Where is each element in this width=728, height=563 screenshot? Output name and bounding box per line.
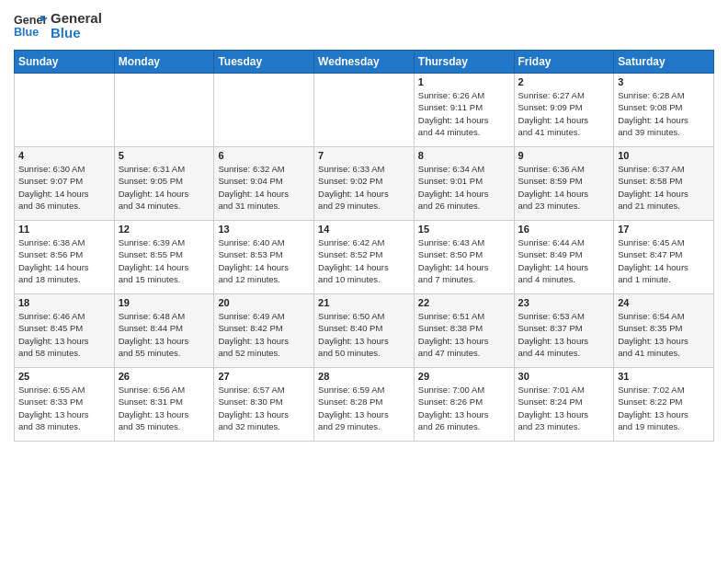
day-cell <box>214 74 314 147</box>
day-info: Sunrise: 6:54 AM Sunset: 8:35 PM Dayligh… <box>618 310 710 359</box>
weekday-header-monday: Monday <box>114 51 214 74</box>
day-cell: 23Sunrise: 6:53 AM Sunset: 8:37 PM Dayli… <box>514 294 614 368</box>
day-cell: 20Sunrise: 6:49 AM Sunset: 8:42 PM Dayli… <box>214 294 314 368</box>
day-cell: 24Sunrise: 6:54 AM Sunset: 8:35 PM Dayli… <box>614 294 714 368</box>
day-cell: 26Sunrise: 6:56 AM Sunset: 8:31 PM Dayli… <box>114 368 214 442</box>
day-info: Sunrise: 6:38 AM Sunset: 8:56 PM Dayligh… <box>18 236 110 285</box>
day-cell: 5Sunrise: 6:31 AM Sunset: 9:05 PM Daylig… <box>114 147 214 221</box>
day-number: 25 <box>18 371 110 382</box>
day-cell <box>314 74 415 147</box>
day-number: 1 <box>418 76 510 87</box>
day-cell: 30Sunrise: 7:01 AM Sunset: 8:24 PM Dayli… <box>514 368 614 442</box>
logo: General Blue General Blue <box>14 9 102 42</box>
day-info: Sunrise: 6:26 AM Sunset: 9:11 PM Dayligh… <box>418 89 510 138</box>
week-row-2: 4Sunrise: 6:30 AM Sunset: 9:07 PM Daylig… <box>15 147 714 221</box>
week-row-1: 1Sunrise: 6:26 AM Sunset: 9:11 PM Daylig… <box>15 74 714 147</box>
day-cell: 18Sunrise: 6:46 AM Sunset: 8:45 PM Dayli… <box>15 294 115 368</box>
week-row-4: 18Sunrise: 6:46 AM Sunset: 8:45 PM Dayli… <box>15 294 714 368</box>
day-number: 20 <box>218 297 310 308</box>
day-info: Sunrise: 7:00 AM Sunset: 8:26 PM Dayligh… <box>418 384 510 432</box>
day-info: Sunrise: 6:56 AM Sunset: 8:31 PM Dayligh… <box>119 384 210 432</box>
day-info: Sunrise: 6:36 AM Sunset: 8:59 PM Dayligh… <box>518 163 610 212</box>
day-cell: 13Sunrise: 6:40 AM Sunset: 8:53 PM Dayli… <box>214 221 314 294</box>
week-row-5: 25Sunrise: 6:55 AM Sunset: 8:33 PM Dayli… <box>15 368 714 442</box>
day-number: 3 <box>618 76 710 87</box>
weekday-header-sunday: Sunday <box>15 51 115 74</box>
day-number: 31 <box>618 371 710 382</box>
day-info: Sunrise: 6:30 AM Sunset: 9:07 PM Dayligh… <box>18 163 110 212</box>
page: General Blue General Blue SundayMondayTu… <box>0 0 728 563</box>
day-info: Sunrise: 6:42 AM Sunset: 8:52 PM Dayligh… <box>318 236 410 285</box>
day-cell: 8Sunrise: 6:34 AM Sunset: 9:01 PM Daylig… <box>414 147 514 221</box>
day-number: 7 <box>318 150 410 161</box>
day-info: Sunrise: 7:01 AM Sunset: 8:24 PM Dayligh… <box>518 384 610 432</box>
logo-blue: Blue <box>51 26 102 41</box>
day-number: 27 <box>218 371 310 382</box>
day-cell: 28Sunrise: 6:59 AM Sunset: 8:28 PM Dayli… <box>314 368 415 442</box>
day-number: 16 <box>518 224 610 235</box>
day-number: 2 <box>518 76 610 87</box>
day-cell: 9Sunrise: 6:36 AM Sunset: 8:59 PM Daylig… <box>514 147 614 221</box>
day-number: 22 <box>418 297 510 308</box>
day-cell: 19Sunrise: 6:48 AM Sunset: 8:44 PM Dayli… <box>114 294 214 368</box>
weekday-header-row: SundayMondayTuesdayWednesdayThursdayFrid… <box>15 51 714 74</box>
day-cell: 10Sunrise: 6:37 AM Sunset: 8:58 PM Dayli… <box>614 147 714 221</box>
day-info: Sunrise: 6:28 AM Sunset: 9:08 PM Dayligh… <box>618 89 710 138</box>
day-number: 21 <box>318 297 410 308</box>
day-info: Sunrise: 6:32 AM Sunset: 9:04 PM Dayligh… <box>218 163 310 212</box>
day-info: Sunrise: 6:48 AM Sunset: 8:44 PM Dayligh… <box>119 310 210 359</box>
day-info: Sunrise: 6:31 AM Sunset: 9:05 PM Dayligh… <box>119 163 210 212</box>
day-number: 30 <box>518 371 610 382</box>
day-cell: 15Sunrise: 6:43 AM Sunset: 8:50 PM Dayli… <box>414 221 514 294</box>
day-info: Sunrise: 6:44 AM Sunset: 8:49 PM Dayligh… <box>518 236 610 285</box>
day-number: 15 <box>418 224 510 235</box>
day-number: 28 <box>318 371 410 382</box>
day-info: Sunrise: 6:55 AM Sunset: 8:33 PM Dayligh… <box>18 384 110 432</box>
day-cell: 29Sunrise: 7:00 AM Sunset: 8:26 PM Dayli… <box>414 368 514 442</box>
day-cell: 21Sunrise: 6:50 AM Sunset: 8:40 PM Dayli… <box>314 294 415 368</box>
day-info: Sunrise: 6:49 AM Sunset: 8:42 PM Dayligh… <box>218 310 310 359</box>
day-number: 6 <box>218 150 310 161</box>
weekday-header-wednesday: Wednesday <box>314 51 415 74</box>
day-cell: 25Sunrise: 6:55 AM Sunset: 8:33 PM Dayli… <box>15 368 115 442</box>
weekday-header-saturday: Saturday <box>614 51 714 74</box>
day-info: Sunrise: 7:02 AM Sunset: 8:22 PM Dayligh… <box>618 384 710 432</box>
day-cell: 7Sunrise: 6:33 AM Sunset: 9:02 PM Daylig… <box>314 147 415 221</box>
day-info: Sunrise: 6:39 AM Sunset: 8:55 PM Dayligh… <box>119 236 210 285</box>
day-info: Sunrise: 6:57 AM Sunset: 8:30 PM Dayligh… <box>218 384 310 432</box>
day-number: 18 <box>18 297 110 308</box>
weekday-header-tuesday: Tuesday <box>214 51 314 74</box>
day-cell: 1Sunrise: 6:26 AM Sunset: 9:11 PM Daylig… <box>414 74 514 147</box>
day-info: Sunrise: 6:51 AM Sunset: 8:38 PM Dayligh… <box>418 310 510 359</box>
day-number: 9 <box>518 150 610 161</box>
day-cell: 3Sunrise: 6:28 AM Sunset: 9:08 PM Daylig… <box>614 74 714 147</box>
day-number: 17 <box>618 224 710 235</box>
day-number: 19 <box>119 297 210 308</box>
header: General Blue General Blue <box>14 9 714 42</box>
day-number: 23 <box>518 297 610 308</box>
day-number: 11 <box>18 224 110 235</box>
day-number: 5 <box>119 150 210 161</box>
day-cell: 2Sunrise: 6:27 AM Sunset: 9:09 PM Daylig… <box>514 74 614 147</box>
day-info: Sunrise: 6:50 AM Sunset: 8:40 PM Dayligh… <box>318 310 410 359</box>
weekday-header-friday: Friday <box>514 51 614 74</box>
day-info: Sunrise: 6:46 AM Sunset: 8:45 PM Dayligh… <box>18 310 110 359</box>
day-cell <box>114 74 214 147</box>
day-number: 24 <box>618 297 710 308</box>
day-info: Sunrise: 6:34 AM Sunset: 9:01 PM Dayligh… <box>418 163 510 212</box>
day-number: 4 <box>18 150 110 161</box>
day-info: Sunrise: 6:40 AM Sunset: 8:53 PM Dayligh… <box>218 236 310 285</box>
day-number: 26 <box>119 371 210 382</box>
day-info: Sunrise: 6:27 AM Sunset: 9:09 PM Dayligh… <box>518 89 610 138</box>
day-cell: 11Sunrise: 6:38 AM Sunset: 8:56 PM Dayli… <box>15 221 115 294</box>
day-cell <box>15 74 115 147</box>
day-cell: 16Sunrise: 6:44 AM Sunset: 8:49 PM Dayli… <box>514 221 614 294</box>
day-cell: 17Sunrise: 6:45 AM Sunset: 8:47 PM Dayli… <box>614 221 714 294</box>
day-number: 29 <box>418 371 510 382</box>
day-cell: 14Sunrise: 6:42 AM Sunset: 8:52 PM Dayli… <box>314 221 415 294</box>
svg-text:Blue: Blue <box>14 26 39 39</box>
day-cell: 6Sunrise: 6:32 AM Sunset: 9:04 PM Daylig… <box>214 147 314 221</box>
logo-general: General <box>51 10 102 26</box>
day-info: Sunrise: 6:33 AM Sunset: 9:02 PM Dayligh… <box>318 163 410 212</box>
day-info: Sunrise: 6:37 AM Sunset: 8:58 PM Dayligh… <box>618 163 710 212</box>
